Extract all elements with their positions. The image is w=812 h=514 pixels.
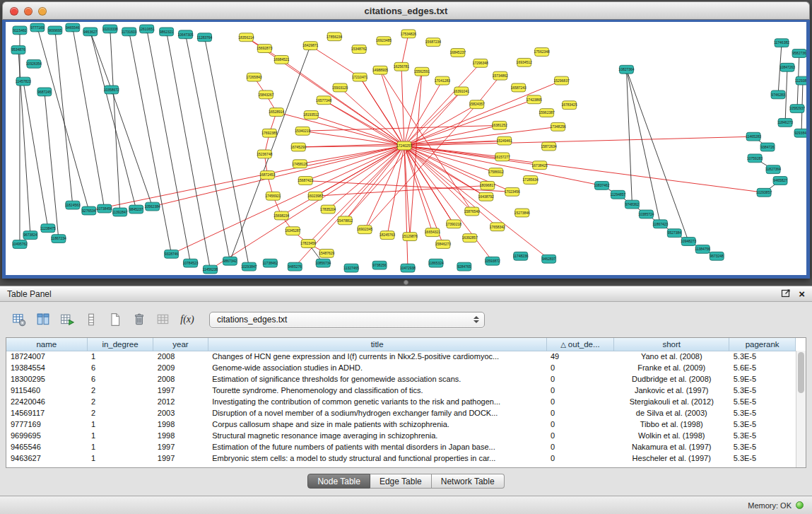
graph-node[interactable]: 9276534 xyxy=(82,206,96,215)
graph-node[interactable]: 15478812 xyxy=(337,216,353,225)
graph-node[interactable]: 9777169 xyxy=(30,23,45,32)
graph-node[interactable]: 9673248 xyxy=(710,252,724,260)
table-row[interactable]: 1830029562008Estimation of significance … xyxy=(6,373,796,385)
graph-node[interactable]: 17856234 xyxy=(326,33,342,41)
graph-node[interactable]: 10948273 xyxy=(681,238,696,246)
graph-node[interactable]: 11867423 xyxy=(652,220,668,228)
graph-node[interactable]: 17835204 xyxy=(320,205,336,214)
graph-node[interactable]: 17534826 xyxy=(401,30,416,38)
graph-node[interactable]: 10472938 xyxy=(400,264,416,272)
graph-node[interactable]: 17586912 xyxy=(488,168,504,177)
network-canvas[interactable]: 1724025716381252152494611615727717586912… xyxy=(6,22,806,275)
graph-node[interactable]: 10385724 xyxy=(638,210,654,218)
table-cell[interactable]: 0 xyxy=(546,385,614,396)
graph-node[interactable]: 16783425 xyxy=(562,101,577,110)
table-cell[interactable]: 2008 xyxy=(153,351,208,362)
table-cell[interactable]: Yano et al. (2008) xyxy=(614,351,729,362)
graph-node[interactable]: 10495762 xyxy=(12,240,28,249)
table-cell[interactable]: Stergiakouli et al. (2012) xyxy=(614,396,729,407)
graph-node[interactable]: 9465546 xyxy=(66,23,80,32)
graph-node[interactable]: 10827364 xyxy=(618,65,634,74)
graph-node[interactable]: 15687423 xyxy=(298,177,313,185)
table-cell[interactable]: Wolkin et al. (1998) xyxy=(614,430,729,441)
table-cell[interactable]: 5.6E-5 xyxy=(729,362,796,373)
graph-node[interactable]: 15296837 xyxy=(554,76,570,85)
table-row[interactable]: 2242004622012Investigating the contribut… xyxy=(6,396,796,407)
graph-node[interactable]: 16872453 xyxy=(259,171,275,180)
table-cell[interactable]: Embryonic stem cells: a model to study s… xyxy=(208,452,546,464)
graph-node[interactable]: 11457823 xyxy=(16,77,31,86)
graph-node[interactable]: 10784523 xyxy=(182,259,198,267)
graph-node[interactable]: 17023456 xyxy=(505,187,520,196)
table-cell[interactable]: 0 xyxy=(546,407,614,419)
table-cell[interactable]: 19384554 xyxy=(6,362,87,373)
graph-node[interactable]: 9748362 xyxy=(625,200,639,209)
graph-node[interactable]: 16845237 xyxy=(450,49,466,57)
graph-node[interactable]: 9699695 xyxy=(48,26,62,35)
table-cell[interactable]: 1 xyxy=(87,351,153,362)
graph-node[interactable]: 15692873 xyxy=(257,45,272,53)
graph-node[interactable]: 18096817 xyxy=(480,181,495,189)
add-column-icon[interactable] xyxy=(58,310,76,329)
function-builder-icon[interactable]: f(x) xyxy=(178,310,196,329)
row-icon[interactable] xyxy=(82,310,100,329)
column-header-pagerank[interactable]: pagerank xyxy=(729,338,796,351)
table-row[interactable]: 946362711997Embryonic stem cells: a mode… xyxy=(6,452,796,464)
graph-node[interactable]: 15562591 xyxy=(414,67,430,76)
table-cell[interactable]: 5.5E-5 xyxy=(729,396,796,407)
table-cell[interactable]: 5.3E-5 xyxy=(729,407,796,419)
graph-node[interactable]: 17240257 xyxy=(396,141,412,150)
graph-node[interactable]: 18356214 xyxy=(238,33,254,42)
table-cell[interactable]: Structural magnetic resonance image aver… xyxy=(208,430,546,441)
table-cell[interactable]: 2 xyxy=(87,396,153,407)
graph-node[interactable]: 10562384 xyxy=(145,202,160,211)
column-header-title[interactable]: title xyxy=(208,338,546,351)
table-cell[interactable]: 2 xyxy=(87,385,153,396)
close-panel-icon[interactable]: × xyxy=(799,289,805,299)
table-cell[interactable]: 2009 xyxy=(153,362,208,373)
graph-node[interactable]: 15903129 xyxy=(332,83,348,92)
graph-node[interactable]: 15487629 xyxy=(319,249,334,257)
panel-splitter[interactable] xyxy=(0,279,812,286)
table-cell[interactable]: 9463627 xyxy=(6,452,87,464)
graph-node[interactable]: 10203338 xyxy=(102,25,118,33)
table-mode-icon[interactable] xyxy=(10,310,28,329)
table-cell[interactable]: 6 xyxy=(87,362,153,373)
graph-node[interactable]: 17348256 xyxy=(551,122,566,131)
graph-node[interactable]: 16438792 xyxy=(478,192,494,201)
table-cell[interactable]: 9465546 xyxy=(6,441,87,452)
float-panel-icon[interactable] xyxy=(781,288,792,300)
graph-node[interactable]: 11384756 xyxy=(695,245,710,253)
table-row[interactable]: 946554611997Estimation of the future num… xyxy=(6,441,796,452)
zoom-traffic-light-icon[interactable] xyxy=(38,7,47,16)
graph-node[interactable]: 17390218 xyxy=(446,220,461,228)
graph-node[interactable]: 10293857 xyxy=(756,188,772,197)
table-cell[interactable]: 0 xyxy=(546,396,614,407)
graph-node[interactable]: 11283764 xyxy=(197,33,213,42)
graph-node[interactable]: 9328746 xyxy=(165,250,179,258)
graph-node[interactable]: 17423865 xyxy=(526,95,542,104)
graph-node[interactable]: 17562348 xyxy=(534,48,550,57)
table-cell[interactable]: 1997 xyxy=(153,452,208,464)
graph-node[interactable]: 16745290 xyxy=(290,143,306,151)
table-row[interactable]: 1872400712008Changes of HCN gene express… xyxy=(6,351,796,362)
graph-node[interactable]: 15698234 xyxy=(273,211,289,220)
close-traffic-light-icon[interactable] xyxy=(10,7,18,16)
table-cell[interactable]: 0 xyxy=(546,362,614,373)
graph-node[interactable]: 9534876 xyxy=(11,46,25,54)
table-cell[interactable]: 5.3E-5 xyxy=(729,430,796,441)
graph-node[interactable]: 11867234 xyxy=(51,235,66,243)
graph-node[interactable]: 16738425 xyxy=(532,161,548,170)
table-row[interactable]: 1938455462009Genome-wide association stu… xyxy=(6,362,796,373)
table-cell[interactable]: 0 xyxy=(546,373,614,385)
graph-node[interactable]: 10837462 xyxy=(594,181,609,189)
column-header-out-de-[interactable]: △out_de... xyxy=(546,338,614,351)
table-cell[interactable]: Disruption of a novel member of a sodium… xyxy=(208,407,546,419)
table-cell[interactable]: 1 xyxy=(87,452,153,464)
graph-node[interactable]: 15734862 xyxy=(493,71,508,80)
graph-node[interactable]: 15843267 xyxy=(258,90,273,99)
graph-node[interactable]: 10856734 xyxy=(315,259,331,267)
column-header-year[interactable]: year xyxy=(153,338,208,351)
graph-node[interactable]: 11746382 xyxy=(774,39,789,47)
table-cell[interactable]: 18300295 xyxy=(6,373,87,385)
